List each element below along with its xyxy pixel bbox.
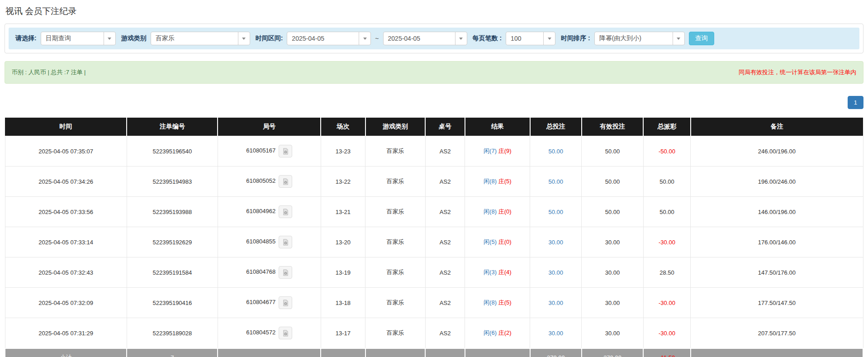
column-header: 结果 [465,118,530,136]
cell-remark: 147.50/176.00 [691,257,863,288]
cell-bet-number: 522395189028 [127,318,218,349]
table-row: 2025-04-05 07:32:09 522395190416 6108046… [5,288,863,318]
video-replay-button[interactable] [279,205,292,218]
video-replay-button[interactable] [279,266,292,279]
cell-total-bet: 50.00 [530,136,582,167]
result-banker: 庄(5) [498,299,512,306]
total-bet-link[interactable]: 30.00 [549,239,564,246]
summary-row: 小计 7 270.00 270.00 -11.50 [5,348,863,357]
result-player: 闲(8) [484,299,497,306]
pagination-top: 1 [5,96,863,109]
total-bet-link[interactable]: 30.00 [549,330,564,337]
total-bet-link[interactable]: 50.00 [549,148,564,155]
video-file-icon [282,209,289,215]
date-from-picker[interactable]: 2025-04-05 [287,32,371,45]
table-header: 时间注单编号局号场次游戏类别桌号结果总投注有效投注总派彩备注 [5,118,863,136]
cell-result: 闲(8) 庄(0) [465,197,530,227]
round-number: 610804572 [246,329,275,336]
cell-round-number: 610805052 [218,167,321,197]
cell-remark: 196.00/246.00 [691,167,863,197]
sort-order-label: 时间排序 : [561,34,590,43]
page-1-button[interactable]: 1 [848,96,863,109]
per-page-select[interactable]: 100 [506,32,555,45]
cell-result: 闲(8) 庄(5) [465,167,530,197]
cell-table-number: AS2 [425,257,465,288]
total-bet-link[interactable]: 50.00 [549,178,564,185]
result-player: 闲(8) [484,208,497,215]
video-replay-button[interactable] [279,236,292,248]
cell-payout: -50.00 [643,136,690,167]
betting-records-table: 时间注单编号局号场次游戏类别桌号结果总投注有效投注总派彩备注 2025-04-0… [5,118,863,357]
cell-result: 闲(8) 庄(5) [465,288,530,318]
cell-valid-bet: 30.00 [582,288,644,318]
video-file-icon [282,300,289,306]
total-bet-link[interactable]: 50.00 [549,209,564,215]
cell-valid-bet: 30.00 [582,257,644,288]
cell-table-number: AS2 [425,227,465,257]
cell-empty [321,348,365,357]
cell-game-type: 百家乐 [365,318,426,349]
round-number: 610804768 [246,268,275,275]
round-number: 610804962 [246,208,275,214]
cell-bet-number: 522395193988 [127,197,218,227]
cell-valid-bet: 50.00 [582,136,644,167]
video-replay-button[interactable] [279,327,292,339]
column-header: 备注 [691,118,863,136]
table-row: 2025-04-05 07:31:29 522395189028 6108045… [5,318,863,349]
table-row: 2025-04-05 07:35:07 522395196540 6108051… [5,136,863,167]
round-number: 610804677 [246,299,275,305]
cell-game-type: 百家乐 [365,167,426,197]
cell-remark: 146.00/196.00 [691,197,863,227]
cell-payout: 50.00 [643,167,690,197]
total-bet-link[interactable]: 30.00 [549,269,564,276]
result-banker: 庄(4) [498,269,512,276]
game-type-select[interactable]: 百家乐 [151,32,250,45]
result-banker: 庄(2) [498,329,512,336]
cell-round-number: 610804855 [218,227,321,257]
sort-order-value: 降幂(由大到小) [595,32,673,45]
column-header: 注单编号 [127,118,218,136]
column-header: 时间 [5,118,127,136]
date-from-value: 2025-04-05 [287,32,359,45]
cell-time: 2025-04-05 07:33:14 [5,227,127,257]
query-type-select[interactable]: 日期查询 [41,32,116,45]
date-to-picker[interactable]: 2025-04-05 [383,32,467,45]
cell-total-bet: 30.00 [530,318,582,349]
column-header: 总投注 [530,118,582,136]
cell-table-number: AS2 [425,136,465,167]
column-header: 总派彩 [643,118,690,136]
chevron-down-icon [238,32,250,45]
cell-valid-bet: 50.00 [582,167,644,197]
cell-total-bet: 30.00 [530,227,582,257]
cell-time: 2025-04-05 07:33:56 [5,197,127,227]
search-button[interactable]: 查询 [689,32,714,45]
cell-time: 2025-04-05 07:32:09 [5,288,127,318]
cell-time: 2025-04-05 07:35:07 [5,136,127,167]
cell-round-number: 610804962 [218,197,321,227]
table-header-row: 时间注单编号局号场次游戏类别桌号结果总投注有效投注总派彩备注 [5,118,863,136]
cell-game-type: 百家乐 [365,257,426,288]
cell-game-type: 百家乐 [365,288,426,318]
cell-remark: 176.00/146.00 [691,227,863,257]
video-replay-button[interactable] [279,296,292,309]
cell-bet-number: 522395192629 [127,227,218,257]
summary-payout: -11.50 [643,348,690,357]
video-replay-button[interactable] [279,175,292,188]
cell-session: 13-22 [321,167,365,197]
video-replay-button[interactable] [279,145,292,157]
table-row: 2025-04-05 07:33:14 522395192629 6108048… [5,227,863,257]
cell-round-number: 610804572 [218,318,321,349]
column-header: 局号 [218,118,321,136]
summary-total-bet: 270.00 [530,348,582,357]
cell-empty [465,348,530,357]
sort-order-select[interactable]: 降幂(由大到小) [594,32,685,45]
cell-result: 闲(5) 庄(0) [465,227,530,257]
total-bet-link[interactable]: 30.00 [549,300,564,306]
cell-table-number: AS2 [425,167,465,197]
cell-payout: 28.50 [643,257,690,288]
result-player: 闲(6) [484,329,497,336]
cell-remark: 177.50/147.50 [691,288,863,318]
video-file-icon [282,178,289,185]
video-file-icon [282,330,289,337]
date-to-value: 2025-04-05 [384,32,455,45]
